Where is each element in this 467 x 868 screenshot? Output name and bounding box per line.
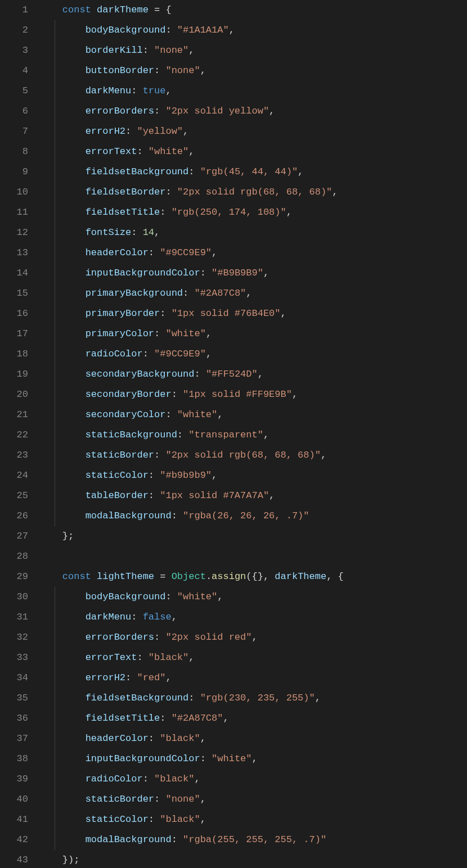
code-line[interactable]: staticColor: "#b9b9b9", <box>39 465 467 486</box>
token-str: "white" <box>177 409 217 420</box>
line-number: 10 <box>0 182 28 202</box>
token-prop: secondaryBackground <box>86 369 195 379</box>
code-line[interactable]: inputBackgroundColor: "#B9B9B9", <box>39 263 467 283</box>
token-str: "rgb(230, 235, 255)" <box>200 693 315 703</box>
code-line[interactable]: errorBorders: "2px solid red", <box>39 627 467 648</box>
code-line[interactable]: errorH2: "yellow", <box>39 121 467 142</box>
code-line[interactable]: primaryBorder: "1px solid #76B4E0", <box>39 304 467 324</box>
code-line[interactable]: inputBackgroundColor: "white", <box>39 749 467 769</box>
token-pun: , <box>188 45 194 56</box>
line-number: 1 <box>0 0 28 20</box>
token-str: "black" <box>160 733 200 744</box>
indent-whitespace <box>39 328 86 339</box>
indent-whitespace <box>39 106 86 116</box>
line-number: 43 <box>0 850 28 868</box>
line-number: 6 <box>0 101 28 121</box>
indent-whitespace <box>39 308 86 319</box>
indent-whitespace <box>39 814 86 825</box>
token-pun: , <box>252 632 257 643</box>
code-line[interactable]: errorBorders: "2px solid yellow", <box>39 101 467 121</box>
indent-guide <box>55 223 55 243</box>
indent-guide <box>55 283 55 304</box>
token-str: "#9CC9E9" <box>160 247 212 258</box>
code-line[interactable]: fieldsetBackground: "rgb(230, 235, 255)"… <box>39 688 467 708</box>
token-pun: , <box>194 774 200 784</box>
code-line[interactable]: fieldsetTitle: "rgb(250, 174, 108)", <box>39 202 467 223</box>
line-number: 18 <box>0 344 28 364</box>
token-pun <box>91 571 97 582</box>
code-line[interactable]: secondaryBackground: "#FF524D", <box>39 364 467 385</box>
token-pun: : <box>160 308 171 319</box>
code-line[interactable]: modalBackground: "rgba(255, 255, 255, .7… <box>39 830 467 850</box>
token-pun: , <box>223 713 228 724</box>
token-prop: buttonBorder <box>86 65 154 76</box>
code-line[interactable]: darkMenu: false, <box>39 607 467 627</box>
line-number: 11 <box>0 202 28 223</box>
token-str: "#2A87C8" <box>172 713 223 724</box>
code-line[interactable]: staticBackground: "transparent", <box>39 425 467 445</box>
token-pun: , <box>298 166 303 177</box>
code-line[interactable]: headerColor: "black", <box>39 729 467 749</box>
token-prop: primaryColor <box>86 328 154 339</box>
code-line[interactable] <box>39 546 467 567</box>
code-line[interactable]: secondaryBorder: "1px solid #FF9E9B", <box>39 385 467 405</box>
token-prop: modalBackground <box>86 834 172 845</box>
code-line[interactable]: fieldsetTitle: "#2A87C8", <box>39 708 467 729</box>
indent-guide <box>55 688 55 708</box>
indent-guide <box>55 668 55 688</box>
line-number: 27 <box>0 526 28 546</box>
code-line[interactable]: radioColor: "#9CC9E9", <box>39 344 467 364</box>
code-area[interactable]: const darkTheme = { bodyBackground: "#1A… <box>39 0 467 868</box>
code-line[interactable]: errorText: "white", <box>39 142 467 162</box>
code-line[interactable]: staticColor: "black", <box>39 810 467 830</box>
indent-whitespace <box>39 207 86 218</box>
token-prop: errorH2 <box>86 672 125 683</box>
code-line[interactable]: fieldsetBorder: "2px solid rgb(68, 68, 6… <box>39 182 467 202</box>
line-number: 31 <box>0 607 28 627</box>
code-line[interactable]: borderKill: "none", <box>39 40 467 61</box>
line-number: 23 <box>0 445 28 465</box>
code-editor[interactable]: 1234567891011121314151617181920212223242… <box>0 0 467 868</box>
token-pun: : <box>154 450 165 460</box>
indent-guide <box>55 810 55 830</box>
code-line[interactable]: staticBorder: "none", <box>39 789 467 810</box>
code-line[interactable]: fontSize: 14, <box>39 223 467 243</box>
code-line[interactable]: errorH2: "red", <box>39 668 467 688</box>
code-line[interactable]: primaryBackground: "#2A87C8", <box>39 283 467 304</box>
code-line[interactable]: headerColor: "#9CC9E9", <box>39 243 467 263</box>
token-prop: staticBackground <box>86 430 177 440</box>
code-line[interactable]: buttonBorder: "none", <box>39 61 467 81</box>
indent-guide <box>55 121 55 142</box>
line-number: 33 <box>0 648 28 668</box>
token-prop: errorText <box>86 146 137 157</box>
code-line[interactable]: bodyBackground: "#1A1A1A", <box>39 20 467 40</box>
token-pun: : <box>165 591 177 602</box>
token-str: "#2A87C8" <box>194 288 246 299</box>
indent-guide <box>55 40 55 61</box>
code-line[interactable]: fieldsetBackground: "rgb(45, 44, 44)", <box>39 162 467 182</box>
token-str: "yellow" <box>137 126 183 137</box>
code-line[interactable]: bodyBackground: "white", <box>39 587 467 607</box>
code-line[interactable]: }; <box>39 526 467 546</box>
token-pun: : <box>143 45 154 56</box>
token-pun: , <box>258 369 263 379</box>
code-line[interactable]: modalBackground: "rgba(26, 26, 26, .7)" <box>39 506 467 526</box>
token-pun: : <box>143 774 154 784</box>
code-line[interactable]: const lightTheme = Object.assign({}, dar… <box>39 567 467 587</box>
token-pun: : <box>177 430 188 440</box>
token-pun: , <box>269 106 275 116</box>
code-line[interactable]: }); <box>39 850 467 868</box>
code-line[interactable]: darkMenu: true, <box>39 81 467 101</box>
line-number: 16 <box>0 304 28 324</box>
code-line[interactable]: radioColor: "black", <box>39 769 467 789</box>
code-line[interactable]: secondaryColor: "white", <box>39 405 467 425</box>
code-line[interactable]: staticBorder: "2px solid rgb(68, 68, 68)… <box>39 445 467 465</box>
token-pun: : <box>149 470 160 481</box>
code-line[interactable]: const darkTheme = { <box>39 0 467 20</box>
token-pun: , <box>263 268 269 278</box>
code-line[interactable]: tableBorder: "1px solid #7A7A7A", <box>39 486 467 506</box>
line-number: 28 <box>0 546 28 567</box>
code-line[interactable]: errorText: "black", <box>39 648 467 668</box>
token-num: 14 <box>143 227 154 238</box>
code-line[interactable]: primaryColor: "white", <box>39 324 467 344</box>
